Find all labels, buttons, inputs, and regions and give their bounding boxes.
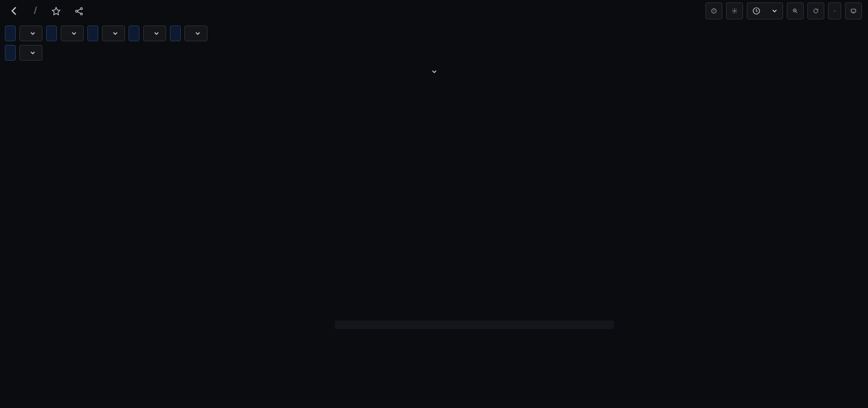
- var-framework-label: [5, 25, 16, 41]
- zoom-out-button[interactable]: [787, 2, 804, 19]
- var-timeaxis-label: [5, 45, 16, 61]
- chevron-down-icon: [30, 50, 36, 56]
- dashboard-insights-button[interactable]: [705, 2, 722, 19]
- chevron-down-icon: [772, 8, 778, 14]
- dashboard-settings-button[interactable]: [726, 2, 743, 19]
- variable-bar-row2: [0, 45, 868, 64]
- var-analyzer-value[interactable]: [61, 25, 84, 41]
- var-stage-value[interactable]: [184, 25, 207, 41]
- variable-bar: [0, 22, 868, 45]
- line-chart[interactable]: [7, 78, 861, 336]
- var-timeaxis-value[interactable]: [19, 45, 42, 61]
- chart-tooltip: [335, 321, 614, 329]
- time-range-picker[interactable]: [747, 2, 783, 19]
- refresh-interval-dropdown[interactable]: [828, 2, 841, 19]
- top-bar: /: [0, 0, 868, 22]
- breadcrumb: /: [29, 5, 42, 17]
- svg-point-4: [734, 10, 736, 12]
- back-button[interactable]: [6, 2, 23, 19]
- cycle-view-button[interactable]: [845, 2, 862, 19]
- var-analyzer-label: [46, 25, 57, 41]
- var-framework-value[interactable]: [19, 25, 42, 41]
- chevron-down-icon: [112, 30, 118, 36]
- var-stage-label: [170, 25, 181, 41]
- svg-rect-7: [851, 9, 856, 12]
- var-job-label: [129, 25, 140, 41]
- chevron-down-icon: [833, 8, 836, 14]
- chevron-down-icon: [30, 30, 36, 36]
- panel-title[interactable]: [7, 64, 861, 78]
- legend-header: [7, 336, 861, 338]
- chart-area[interactable]: [7, 78, 861, 336]
- var-job-value[interactable]: [143, 25, 166, 41]
- favorite-button[interactable]: [48, 2, 65, 19]
- var-dataage-value[interactable]: [102, 25, 125, 41]
- chevron-down-icon: [431, 69, 437, 75]
- chevron-down-icon: [153, 30, 160, 36]
- breadcrumb-separator: /: [34, 5, 37, 17]
- share-button[interactable]: [71, 2, 88, 19]
- var-dataage-label: [87, 25, 98, 41]
- chevron-down-icon: [71, 30, 77, 36]
- chevron-down-icon: [195, 30, 201, 36]
- panel: [0, 64, 868, 341]
- refresh-button[interactable]: [807, 2, 824, 19]
- top-right-controls: [705, 2, 862, 19]
